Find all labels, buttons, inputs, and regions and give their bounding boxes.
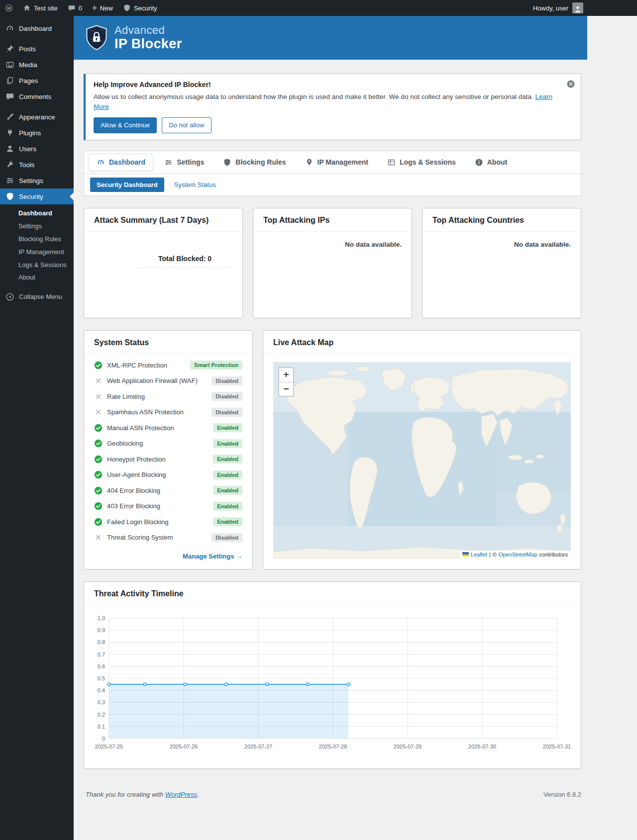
tab-logs-sessions[interactable]: Logs & Sessions <box>379 154 464 171</box>
tab-settings[interactable]: Settings <box>156 154 212 171</box>
subtab-system-status[interactable]: System Status <box>174 181 216 188</box>
submenu-item-logs-sessions[interactable]: Logs & Sessions <box>0 258 74 271</box>
plugin-shield-logo-icon <box>86 25 107 51</box>
avatar[interactable] <box>572 2 583 13</box>
tab-label: Settings <box>177 158 204 166</box>
leaflet-map[interactable]: + − Leaflet | © OpenStreetMap contributo… <box>273 362 571 559</box>
empty-message: No data available. <box>253 232 412 257</box>
submenu-item-blocking-rules[interactable]: Blocking Rules <box>0 233 74 246</box>
leaflet-link[interactable]: Leaflet <box>471 552 487 558</box>
do-not-allow-button[interactable]: Do not allow <box>162 117 212 133</box>
wordpress-logo-menu[interactable] <box>0 0 18 16</box>
sidebar-item-label: Plugins <box>19 129 41 137</box>
status-label: Threat Scoring System <box>107 534 173 541</box>
status-row: Spamhaus ASN ProtectionDisabled <box>94 404 242 420</box>
status-row: XML-RPC ProtectionSmart Protection <box>94 358 242 373</box>
gauge-icon <box>5 24 14 33</box>
menu-separator <box>0 104 74 109</box>
check-circle-icon <box>94 361 103 370</box>
status-row: 404 Error BlockingEnabled <box>94 483 242 499</box>
svg-text:2025-07-28: 2025-07-28 <box>319 744 347 749</box>
sidebar-item-label: Comments <box>19 93 51 100</box>
x-icon <box>94 392 103 401</box>
howdy-menu[interactable]: Howdy, user <box>533 4 568 12</box>
sidebar-item-users[interactable]: Users <box>0 141 74 157</box>
tab-dashboard[interactable]: Dashboard <box>89 154 153 171</box>
zoom-out-button[interactable]: − <box>279 382 293 396</box>
tab-label: IP Management <box>318 158 368 166</box>
close-icon[interactable] <box>566 80 575 89</box>
sidebar-item-label: Posts <box>19 45 36 53</box>
sidebar-item-dashboard[interactable]: Dashboard <box>0 20 74 36</box>
tab-ip-management[interactable]: IP Management <box>297 154 376 171</box>
sidebar-item-comments[interactable]: Comments <box>0 89 74 104</box>
svg-text:0: 0 <box>102 736 105 742</box>
wordpress-link[interactable]: WordPress <box>165 791 197 798</box>
sidebar-item-media[interactable]: Media <box>0 57 74 73</box>
collapse-menu-button[interactable]: Collapse Menu <box>0 289 74 305</box>
submenu-item-about[interactable]: About <box>0 271 74 284</box>
sidebar-item-settings[interactable]: Settings <box>0 173 74 188</box>
sidebar-item-label: Appearance <box>19 113 55 121</box>
zoom-in-button[interactable]: + <box>279 368 293 382</box>
svg-text:0.2: 0.2 <box>98 711 105 717</box>
users-icon <box>5 144 14 153</box>
status-badge: Enabled <box>213 502 242 511</box>
footer-thanks-period: . <box>197 791 199 798</box>
status-badge: Disabled <box>212 408 242 417</box>
status-row: Web Application Firewall (WAF)Disabled <box>94 373 242 389</box>
sidebar-item-pages[interactable]: Pages <box>0 73 74 89</box>
allow-continue-button[interactable]: Allow & Continue <box>94 117 157 133</box>
tab-label: Logs & Sessions <box>400 158 456 166</box>
site-name-menu[interactable]: Test site <box>18 0 63 16</box>
sidebar-item-tools[interactable]: Tools <box>0 157 74 173</box>
tab-blocking-rules[interactable]: Blocking Rules <box>215 154 294 171</box>
status-row: User-Agent BlockingEnabled <box>94 467 242 483</box>
status-row: Honeypot ProtectionEnabled <box>94 452 242 467</box>
sidebar-item-appearance[interactable]: Appearance <box>0 109 74 125</box>
status-label: Failed Login Blocking <box>107 518 169 526</box>
wordpress-logo-icon <box>5 4 13 12</box>
security-submenu: Dashboard Settings Blocking Rules IP Man… <box>0 204 74 288</box>
security-adminbar-label: Security <box>134 4 157 12</box>
status-badge: Enabled <box>213 423 242 432</box>
status-badge: Disabled <box>212 392 242 401</box>
pushpin-icon <box>5 44 14 53</box>
submenu-item-dashboard[interactable]: Dashboard <box>0 207 74 220</box>
check-circle-icon <box>94 486 103 495</box>
card-title: Attack Summary (Last 7 Days) <box>84 208 242 232</box>
sidebar-item-plugins[interactable]: Plugins <box>0 125 74 141</box>
comments-menu[interactable]: 0 <box>63 0 87 16</box>
svg-text:1.0: 1.0 <box>98 615 105 621</box>
wrench-icon <box>5 160 14 169</box>
admin-bar: Test site 0 +New Security Howdy, user <box>0 0 637 16</box>
table-icon <box>387 158 396 167</box>
camera-icon <box>5 60 14 69</box>
sidebar-item-security[interactable]: Security <box>0 188 74 204</box>
comment-icon <box>5 92 14 101</box>
manage-settings-link[interactable]: Manage Settings → <box>84 546 252 569</box>
menu-separator <box>0 36 74 41</box>
status-label: XML-RPC Protection <box>107 362 167 369</box>
status-label: User-Agent Blocking <box>107 471 166 478</box>
openstreetmap-link[interactable]: OpenStreetMap <box>499 552 537 558</box>
x-icon <box>94 376 103 385</box>
security-adminbar-menu[interactable]: Security <box>118 0 162 16</box>
subtab-security-dashboard[interactable]: Security Dashboard <box>90 178 164 192</box>
collapse-menu-label: Collapse Menu <box>19 293 62 300</box>
svg-text:0.8: 0.8 <box>98 639 105 645</box>
new-content-menu[interactable]: +New <box>87 0 118 16</box>
svg-text:0.6: 0.6 <box>98 663 105 669</box>
status-badge: Enabled <box>213 486 242 495</box>
sidebar-item-label: Security <box>19 193 43 200</box>
total-blocked-stat: Total Blocked: 0 <box>137 255 232 268</box>
tab-about[interactable]: About <box>467 154 515 171</box>
check-circle-icon <box>94 518 103 526</box>
status-label: Honeypot Protection <box>107 456 166 463</box>
sidebar-item-posts[interactable]: Posts <box>0 41 74 57</box>
submenu-item-settings[interactable]: Settings <box>0 220 74 233</box>
admin-footer: Thank you for creating with WordPress. V… <box>86 791 581 811</box>
status-row: 403 Error BlockingEnabled <box>94 498 242 514</box>
attack-summary-card: Attack Summary (Last 7 Days) Total Block… <box>84 208 243 318</box>
submenu-item-ip-management[interactable]: IP Management <box>0 245 74 258</box>
